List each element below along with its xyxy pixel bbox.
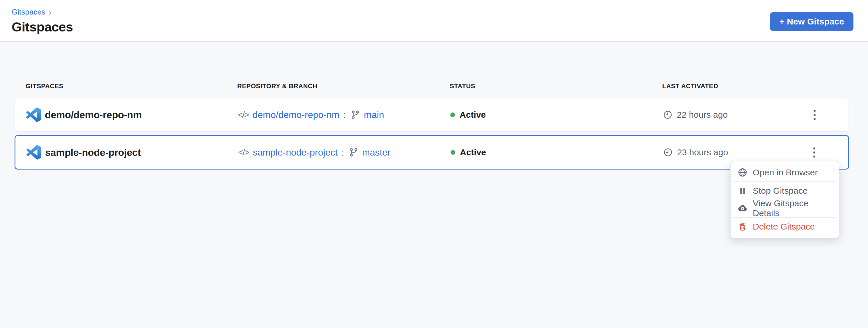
cloud-icon: [738, 203, 747, 213]
status-label: Active: [460, 110, 486, 120]
status-label: Active: [460, 147, 486, 157]
new-gitspace-button[interactable]: + New Gitspace: [770, 12, 854, 31]
gitspaces-page: Gitspaces › Gitspaces + New Gitspace GIT…: [0, 0, 868, 328]
status-dot: [451, 150, 455, 155]
kebab-icon: [813, 147, 815, 149]
menu-item-label: View Gitspace Details: [753, 198, 832, 218]
table-header-row: GITSPACES REPOSITORY & BRANCH STATUS LAS…: [14, 83, 849, 90]
last-activated: 23 hours ago: [677, 147, 728, 157]
repo-branch-separator: :: [341, 147, 344, 158]
vscode-icon: [27, 145, 41, 160]
repository-link[interactable]: demo/demo-repo-nm: [252, 110, 339, 120]
breadcrumb-link-gitspaces[interactable]: Gitspaces: [12, 7, 45, 17]
menu-item-delete-gitspace[interactable]: Delete Gitspace: [731, 218, 839, 235]
column-header-repository-branch: REPOSITORY & BRANCH: [237, 83, 450, 90]
menu-item-open-in-browser[interactable]: Open in Browser: [731, 164, 839, 181]
branch-link[interactable]: main: [364, 110, 384, 120]
kebab-icon: [813, 110, 816, 112]
pause-icon: [738, 186, 747, 196]
menu-divider: [733, 181, 836, 182]
gitspace-name: demo/demo-repo-nm: [45, 109, 142, 121]
menu-item-view-gitspace-details[interactable]: View Gitspace Details: [731, 200, 839, 217]
breadcrumb: Gitspaces ›: [12, 7, 868, 17]
code-icon: </>: [238, 110, 249, 120]
row-menu-button[interactable]: [806, 107, 823, 123]
menu-item-label: Delete Gitspace: [753, 222, 815, 232]
clock-icon: [663, 110, 673, 120]
gitspace-row-sample-node-project[interactable]: sample-node-project </> sample-node-proj…: [14, 135, 849, 170]
vscode-icon: [26, 108, 41, 122]
breadcrumb-chevron-icon: ›: [49, 8, 52, 16]
branch-link[interactable]: master: [362, 147, 391, 158]
globe-icon: [738, 168, 747, 177]
row-context-menu: Open in Browser Stop Gitspace View Gitsp…: [730, 161, 839, 238]
last-activated: 22 hours ago: [677, 110, 728, 120]
content: GITSPACES REPOSITORY & BRANCH STATUS LAS…: [0, 42, 868, 170]
git-branch-icon: [349, 148, 358, 157]
repository-link[interactable]: sample-node-project: [253, 147, 338, 158]
column-header-last-activated: LAST ACTIVATED: [662, 83, 781, 90]
menu-item-stop-gitspace[interactable]: Stop Gitspace: [731, 182, 839, 200]
status-dot: [450, 113, 455, 117]
gitspace-row-demo[interactable]: demo/demo-repo-nm </> demo/demo-repo-nm …: [14, 97, 849, 132]
clock-icon: [663, 147, 673, 157]
trash-icon: [738, 222, 747, 232]
column-header-status: STATUS: [450, 83, 662, 90]
column-header-gitspaces: GITSPACES: [26, 83, 237, 90]
page-title: Gitspaces: [12, 20, 868, 35]
row-menu-button[interactable]: [806, 144, 822, 160]
repo-branch-separator: :: [343, 110, 346, 120]
page-header: Gitspaces › Gitspaces + New Gitspace: [0, 0, 868, 42]
code-icon: </>: [238, 147, 249, 157]
menu-item-label: Stop Gitspace: [753, 186, 807, 196]
menu-item-label: Open in Browser: [753, 168, 818, 177]
gitspace-name: sample-node-project: [45, 147, 141, 158]
gitspace-list: demo/demo-repo-nm </> demo/demo-repo-nm …: [14, 97, 849, 170]
git-branch-icon: [351, 110, 360, 119]
